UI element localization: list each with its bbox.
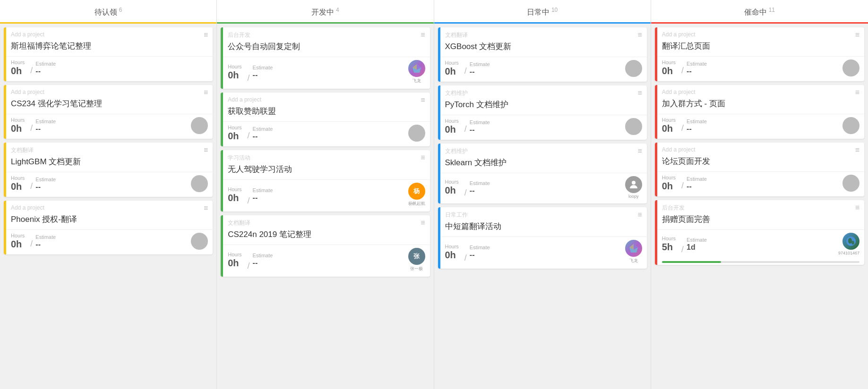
card-menu-button[interactable]: ≡ — [855, 204, 859, 211]
estimate-stat: Estimate -- — [253, 253, 273, 267]
avatar-wrap — [842, 117, 859, 134]
card-footer: Hours 0h / Estimate -- 飞龙 — [440, 237, 647, 269]
cards-area-urgent: Add a project ≡ 翻译汇总页面 Hours 0h / Estima… — [651, 24, 868, 389]
hours-label: Hours — [11, 59, 25, 65]
card-menu-button[interactable]: ≡ — [204, 89, 208, 96]
hours-value: 0h — [445, 124, 456, 135]
avatar-wrap: 974101467 — [838, 233, 859, 255]
card-menu-button[interactable]: ≡ — [204, 204, 208, 212]
card-menu-button[interactable]: ≡ — [637, 147, 642, 155]
card-title: PyTorch 文档维护 — [440, 98, 647, 115]
task-card[interactable]: 文档翻译 ≡ XGBoost 文档更新 Hours 0h / Estimate … — [438, 27, 647, 82]
card-title: 翻译汇总页面 — [657, 40, 864, 56]
task-card[interactable]: Add a project ≡ 斯坦福博弈论笔记整理 Hours 0h / Es… — [4, 27, 213, 81]
card-tag: Add a project — [11, 89, 44, 95]
separator: / — [248, 196, 250, 207]
estimate-value: -- — [470, 67, 475, 76]
avatar-wrap — [408, 125, 425, 142]
card-tag: 后台开发 — [228, 31, 250, 39]
separator: / — [681, 245, 684, 255]
task-card[interactable]: Add a project ≡ 加入群方式 - 页面 Hours 0h / Es… — [655, 85, 864, 139]
card-title: 中短篇翻译活动 — [440, 220, 647, 237]
card-title: Phoenix 授权-翻译 — [6, 213, 213, 229]
task-card[interactable]: 后台开发 ≡ 捐赠页面完善 Hours 5h / Estimate 1d 974… — [655, 200, 864, 265]
task-card[interactable]: 文档翻译 ≡ LightGBM 文档更新 Hours 0h / Estimate… — [4, 143, 213, 197]
hours-stat: Hours 0h — [11, 59, 25, 76]
hours-value: 0h — [228, 192, 239, 203]
hours-label: Hours — [228, 252, 241, 257]
card-footer: Hours 5h / Estimate 1d 974101467 — [657, 229, 864, 260]
hours-value: 5h — [662, 241, 673, 253]
task-card[interactable]: 文档维护 ≡ PyTorch 文档维护 Hours 0h / Estimate … — [438, 85, 647, 140]
avatar — [625, 118, 642, 135]
card-header: 文档翻译 ≡ — [223, 215, 430, 228]
card-tag: 文档翻译 — [11, 146, 34, 154]
card-title: 获取赞助联盟 — [223, 105, 430, 121]
avatar-sub: loopy — [628, 194, 639, 199]
task-card[interactable]: Add a project ≡ Phoenix 授权-翻译 Hours 0h /… — [4, 201, 213, 254]
card-menu-button[interactable]: ≡ — [204, 146, 208, 154]
card-menu-button[interactable]: ≡ — [421, 96, 425, 104]
card-tag: 文档翻译 — [445, 31, 468, 39]
card-menu-button[interactable]: ≡ — [421, 154, 425, 161]
avatar-wrap: 杨 杨帆起航 — [408, 183, 425, 207]
card-header: 文档维护 ≡ — [440, 85, 647, 98]
card-header: 后台开发 ≡ — [223, 27, 430, 40]
separator: / — [248, 261, 250, 272]
estimate-label: Estimate — [35, 61, 56, 67]
task-card[interactable]: 文档翻译 ≡ CS224n 2019 笔记整理 Hours 0h / Estim… — [221, 215, 430, 277]
task-card[interactable]: 后台开发 ≡ 公众号自动回复定制 Hours 0h / Estimate -- … — [221, 27, 430, 89]
avatar — [191, 59, 208, 76]
card-title: CS224n 2019 笔记整理 — [223, 228, 430, 245]
estimate-label: Estimate — [35, 177, 56, 182]
estimate-stat: Estimate -- — [687, 176, 707, 191]
hours-value: 0h — [662, 123, 673, 134]
estimate-label: Estimate — [687, 237, 707, 243]
card-menu-button[interactable]: ≡ — [637, 211, 642, 219]
estimate-value: -- — [35, 67, 41, 76]
hours-label: Hours — [228, 125, 241, 130]
estimate-stat: Estimate -- — [253, 187, 273, 202]
hours-stat: Hours 0h — [445, 244, 459, 261]
avatar-sub: 张一极 — [410, 266, 423, 272]
avatar-sub: 杨帆起航 — [408, 201, 425, 207]
card-menu-button[interactable]: ≡ — [855, 31, 859, 39]
avatar-sub: 飞龙 — [629, 258, 638, 264]
column-title: 催命中 — [744, 8, 767, 16]
task-card[interactable]: 文档维护 ≡ Sklearn 文档维护 Hours 0h / Estimate … — [438, 144, 647, 203]
hours-stat: Hours 0h — [445, 179, 459, 196]
card-menu-button[interactable]: ≡ — [855, 89, 859, 96]
column-header-daily: 日常中10 — [434, 0, 651, 24]
estimate-stat: Estimate -- — [35, 177, 56, 191]
estimate-stat: Estimate -- — [253, 65, 273, 79]
hours-label: Hours — [11, 117, 25, 123]
estimate-value: -- — [253, 258, 258, 267]
task-card[interactable]: 日常工作 ≡ 中短篇翻译活动 Hours 0h / Estimate -- 飞龙 — [438, 207, 647, 269]
task-card[interactable]: Add a project ≡ CS234 强化学习笔记整理 Hours 0h … — [4, 85, 213, 139]
hours-label: Hours — [662, 236, 676, 241]
column-header-urgent: 催命中11 — [651, 0, 868, 24]
estimate-stat: Estimate -- — [687, 61, 707, 76]
hours-stat: Hours 0h — [445, 60, 459, 77]
task-card[interactable]: Add a project ≡ 获取赞助联盟 Hours 0h / Estima… — [221, 93, 430, 146]
card-menu-button[interactable]: ≡ — [637, 89, 642, 97]
avatar — [408, 60, 425, 77]
svg-point-8 — [848, 238, 852, 244]
task-card[interactable]: Add a project ≡ 翻译汇总页面 Hours 0h / Estima… — [655, 27, 864, 81]
card-menu-button[interactable]: ≡ — [421, 31, 425, 39]
avatar-wrap: 飞龙 — [625, 240, 642, 264]
column-header-pending: 待认领6 — [0, 0, 216, 24]
column-daily: 日常中10 文档翻译 ≡ XGBoost 文档更新 Hours 0h / Est… — [434, 0, 651, 389]
card-menu-button[interactable]: ≡ — [855, 146, 859, 154]
task-card[interactable]: 学习活动 ≡ 无人驾驶学习活动 Hours 0h / Estimate -- 杨… — [221, 150, 430, 211]
card-menu-button[interactable]: ≡ — [204, 31, 208, 39]
estimate-label: Estimate — [253, 126, 273, 132]
task-card[interactable]: Add a project ≡ 论坛页面开发 Hours 0h / Estima… — [655, 143, 864, 196]
card-menu-button[interactable]: ≡ — [637, 31, 642, 39]
estimate-value: -- — [253, 193, 258, 202]
card-menu-button[interactable]: ≡ — [421, 219, 425, 227]
hours-value: 0h — [445, 66, 456, 77]
card-tag: 文档翻译 — [228, 219, 250, 227]
hours-stat: Hours 0h — [662, 59, 676, 76]
estimate-value: -- — [470, 250, 475, 259]
